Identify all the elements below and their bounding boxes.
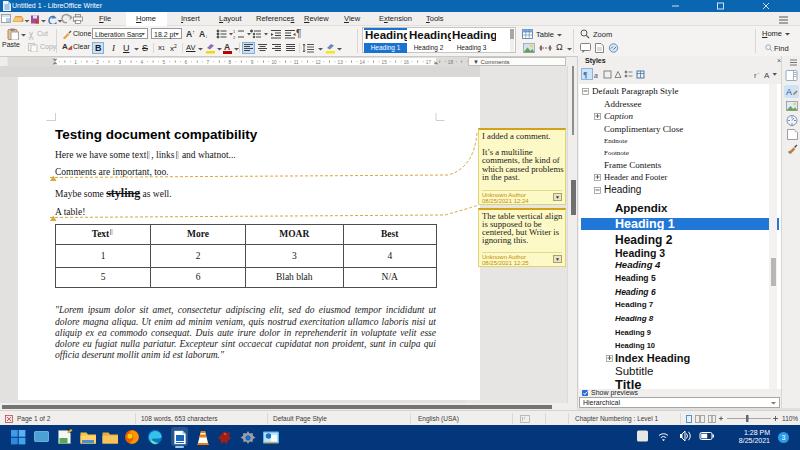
svg-text:10: 10 xyxy=(271,60,277,65)
svg-text:1: 1 xyxy=(74,60,77,65)
svg-text:9: 9 xyxy=(251,60,254,65)
svg-text:11: 11 xyxy=(294,60,299,65)
svg-text:6: 6 xyxy=(184,60,187,65)
svg-text:17: 17 xyxy=(426,60,432,65)
svg-text:¶: ¶ xyxy=(583,71,587,80)
svg-text:A: A xyxy=(764,71,770,80)
svg-text:7: 7 xyxy=(206,60,209,65)
svg-text:A: A xyxy=(786,87,792,97)
svg-text:3: 3 xyxy=(118,60,121,65)
svg-text:4: 4 xyxy=(140,60,143,65)
svg-text:14: 14 xyxy=(360,60,366,65)
svg-text:15: 15 xyxy=(382,60,388,65)
svg-text:8: 8 xyxy=(229,60,232,65)
svg-text:16: 16 xyxy=(404,60,410,65)
svg-text:5: 5 xyxy=(162,60,165,65)
svg-text:2: 2 xyxy=(96,60,99,65)
svg-text:18: 18 xyxy=(448,60,454,65)
svg-text:12: 12 xyxy=(315,60,321,65)
svg-text:2: 2 xyxy=(233,35,236,40)
svg-text:1: 1 xyxy=(233,29,236,34)
svg-text:13: 13 xyxy=(338,60,344,65)
svg-text:a: a xyxy=(594,72,598,79)
svg-text:◦: ◦ xyxy=(758,70,760,76)
